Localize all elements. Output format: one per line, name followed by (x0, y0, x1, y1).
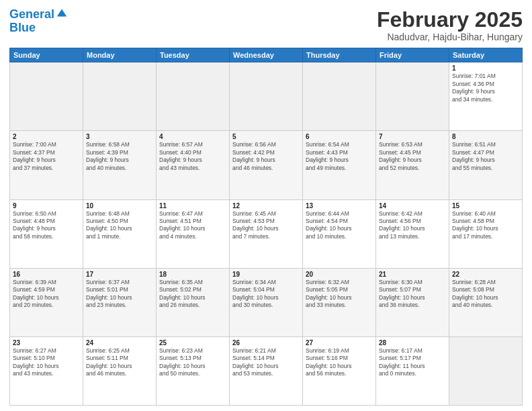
day-number: 15 (452, 202, 519, 210)
day-number: 27 (306, 339, 373, 347)
calendar-day-header: Thursday (303, 48, 376, 62)
calendar-body: 1Sunrise: 7:01 AM Sunset: 4:36 PM Daylig… (10, 62, 523, 406)
day-number: 4 (159, 133, 226, 140)
day-number: 25 (159, 339, 226, 347)
day-number: 9 (13, 202, 80, 210)
day-info: Sunrise: 6:42 AM Sunset: 4:56 PM Dayligh… (379, 210, 446, 241)
calendar-cell: 19Sunrise: 6:34 AM Sunset: 5:04 PM Dayli… (230, 268, 303, 336)
calendar-week-row: 1Sunrise: 7:01 AM Sunset: 4:36 PM Daylig… (10, 62, 523, 131)
day-number: 2 (13, 133, 80, 140)
day-info: Sunrise: 6:50 AM Sunset: 4:48 PM Dayligh… (13, 210, 80, 241)
calendar-cell (157, 62, 230, 131)
calendar-cell: 21Sunrise: 6:30 AM Sunset: 5:07 PM Dayli… (376, 268, 449, 336)
calendar-cell: 5Sunrise: 6:56 AM Sunset: 4:42 PM Daylig… (230, 131, 303, 199)
calendar-cell: 10Sunrise: 6:48 AM Sunset: 4:50 PM Dayli… (83, 199, 157, 268)
day-info: Sunrise: 6:57 AM Sunset: 4:40 PM Dayligh… (159, 141, 226, 172)
calendar-day-header: Friday (376, 48, 449, 62)
day-info: Sunrise: 6:40 AM Sunset: 4:58 PM Dayligh… (452, 210, 519, 241)
calendar-cell: 23Sunrise: 6:27 AM Sunset: 5:10 PM Dayli… (10, 336, 83, 405)
day-info: Sunrise: 6:45 AM Sunset: 4:53 PM Dayligh… (232, 210, 300, 241)
calendar-table: SundayMondayTuesdayWednesdayThursdayFrid… (9, 48, 523, 406)
day-info: Sunrise: 6:58 AM Sunset: 4:39 PM Dayligh… (86, 141, 153, 172)
day-number: 3 (86, 133, 153, 140)
day-info: Sunrise: 6:17 AM Sunset: 5:17 PM Dayligh… (379, 347, 446, 378)
calendar-cell: 11Sunrise: 6:47 AM Sunset: 4:51 PM Dayli… (157, 199, 230, 268)
day-number: 26 (232, 339, 300, 347)
day-number: 13 (306, 202, 373, 210)
day-info: Sunrise: 6:19 AM Sunset: 5:16 PM Dayligh… (306, 347, 373, 378)
day-number: 7 (379, 133, 446, 140)
calendar-cell: 12Sunrise: 6:45 AM Sunset: 4:53 PM Dayli… (230, 199, 303, 268)
month-title: February 2025 (377, 8, 523, 32)
day-info: Sunrise: 6:53 AM Sunset: 4:45 PM Dayligh… (379, 141, 446, 172)
day-number: 6 (306, 133, 373, 140)
calendar-cell: 7Sunrise: 6:53 AM Sunset: 4:45 PM Daylig… (376, 131, 449, 199)
calendar-cell: 20Sunrise: 6:32 AM Sunset: 5:05 PM Dayli… (303, 268, 376, 336)
day-number: 1 (452, 64, 519, 72)
day-info: Sunrise: 6:39 AM Sunset: 4:59 PM Dayligh… (13, 279, 80, 310)
day-number: 8 (452, 133, 519, 140)
day-info: Sunrise: 6:54 AM Sunset: 4:43 PM Dayligh… (306, 141, 373, 172)
day-info: Sunrise: 6:56 AM Sunset: 4:42 PM Dayligh… (232, 141, 300, 172)
day-info: Sunrise: 7:00 AM Sunset: 4:37 PM Dayligh… (13, 141, 80, 172)
day-number: 24 (86, 339, 153, 347)
day-info: Sunrise: 7:01 AM Sunset: 4:36 PM Dayligh… (452, 73, 519, 103)
day-number: 12 (232, 202, 300, 210)
calendar-day-header: Monday (83, 48, 157, 62)
day-number: 11 (159, 202, 226, 210)
calendar-day-header: Tuesday (157, 48, 230, 62)
calendar-cell: 4Sunrise: 6:57 AM Sunset: 4:40 PM Daylig… (157, 131, 230, 199)
calendar-cell: 2Sunrise: 7:00 AM Sunset: 4:37 PM Daylig… (10, 131, 83, 199)
calendar-cell: 14Sunrise: 6:42 AM Sunset: 4:56 PM Dayli… (376, 199, 449, 268)
page: General Blue February 2025 Nadudvar, Haj… (0, 0, 532, 411)
title-block: February 2025 Nadudvar, Hajdu-Bihar, Hun… (377, 8, 523, 42)
day-info: Sunrise: 6:32 AM Sunset: 5:05 PM Dayligh… (306, 279, 373, 310)
calendar-cell (10, 62, 83, 131)
calendar-header-row: SundayMondayTuesdayWednesdayThursdayFrid… (10, 48, 523, 62)
calendar-week-row: 23Sunrise: 6:27 AM Sunset: 5:10 PM Dayli… (10, 336, 523, 405)
day-info: Sunrise: 6:44 AM Sunset: 4:54 PM Dayligh… (306, 210, 373, 241)
svg-rect-1 (59, 13, 64, 16)
calendar-week-row: 2Sunrise: 7:00 AM Sunset: 4:37 PM Daylig… (10, 131, 523, 199)
day-number: 22 (452, 271, 519, 278)
calendar-week-row: 16Sunrise: 6:39 AM Sunset: 4:59 PM Dayli… (10, 268, 523, 336)
calendar-cell (449, 336, 523, 405)
location-subtitle: Nadudvar, Hajdu-Bihar, Hungary (377, 32, 523, 42)
day-number: 14 (379, 202, 446, 210)
calendar-cell (376, 62, 449, 131)
day-info: Sunrise: 6:51 AM Sunset: 4:47 PM Dayligh… (452, 141, 519, 172)
calendar-cell: 13Sunrise: 6:44 AM Sunset: 4:54 PM Dayli… (303, 199, 376, 268)
day-info: Sunrise: 6:28 AM Sunset: 5:08 PM Dayligh… (452, 279, 519, 310)
calendar-week-row: 9Sunrise: 6:50 AM Sunset: 4:48 PM Daylig… (10, 199, 523, 268)
calendar-cell: 3Sunrise: 6:58 AM Sunset: 4:39 PM Daylig… (83, 131, 157, 199)
calendar-day-header: Sunday (10, 48, 83, 62)
day-info: Sunrise: 6:48 AM Sunset: 4:50 PM Dayligh… (86, 210, 153, 241)
day-number: 17 (86, 271, 153, 278)
calendar-cell: 28Sunrise: 6:17 AM Sunset: 5:17 PM Dayli… (376, 336, 449, 405)
calendar-cell: 18Sunrise: 6:35 AM Sunset: 5:02 PM Dayli… (157, 268, 230, 336)
calendar-cell: 26Sunrise: 6:21 AM Sunset: 5:14 PM Dayli… (230, 336, 303, 405)
header: General Blue February 2025 Nadudvar, Haj… (9, 8, 523, 42)
calendar-cell: 15Sunrise: 6:40 AM Sunset: 4:58 PM Dayli… (449, 199, 523, 268)
calendar-cell: 6Sunrise: 6:54 AM Sunset: 4:43 PM Daylig… (303, 131, 376, 199)
calendar-cell (230, 62, 303, 131)
day-info: Sunrise: 6:21 AM Sunset: 5:14 PM Dayligh… (232, 347, 300, 378)
day-info: Sunrise: 6:34 AM Sunset: 5:04 PM Dayligh… (232, 279, 300, 310)
calendar-cell: 9Sunrise: 6:50 AM Sunset: 4:48 PM Daylig… (10, 199, 83, 268)
day-info: Sunrise: 6:47 AM Sunset: 4:51 PM Dayligh… (159, 210, 226, 241)
logo-blue: Blue (9, 21, 68, 35)
day-info: Sunrise: 6:25 AM Sunset: 5:11 PM Dayligh… (86, 347, 153, 378)
logo: General Blue (9, 8, 68, 35)
calendar-day-header: Saturday (449, 48, 523, 62)
calendar-cell: 27Sunrise: 6:19 AM Sunset: 5:16 PM Dayli… (303, 336, 376, 405)
calendar-cell (303, 62, 376, 131)
day-info: Sunrise: 6:37 AM Sunset: 5:01 PM Dayligh… (86, 279, 153, 310)
calendar-cell: 25Sunrise: 6:23 AM Sunset: 5:13 PM Dayli… (157, 336, 230, 405)
day-info: Sunrise: 6:27 AM Sunset: 5:10 PM Dayligh… (13, 347, 80, 378)
logo-icon (56, 7, 68, 19)
day-number: 18 (159, 271, 226, 278)
calendar-day-header: Wednesday (230, 48, 303, 62)
day-number: 19 (232, 271, 300, 278)
calendar-cell: 17Sunrise: 6:37 AM Sunset: 5:01 PM Dayli… (83, 268, 157, 336)
day-number: 10 (86, 202, 153, 210)
